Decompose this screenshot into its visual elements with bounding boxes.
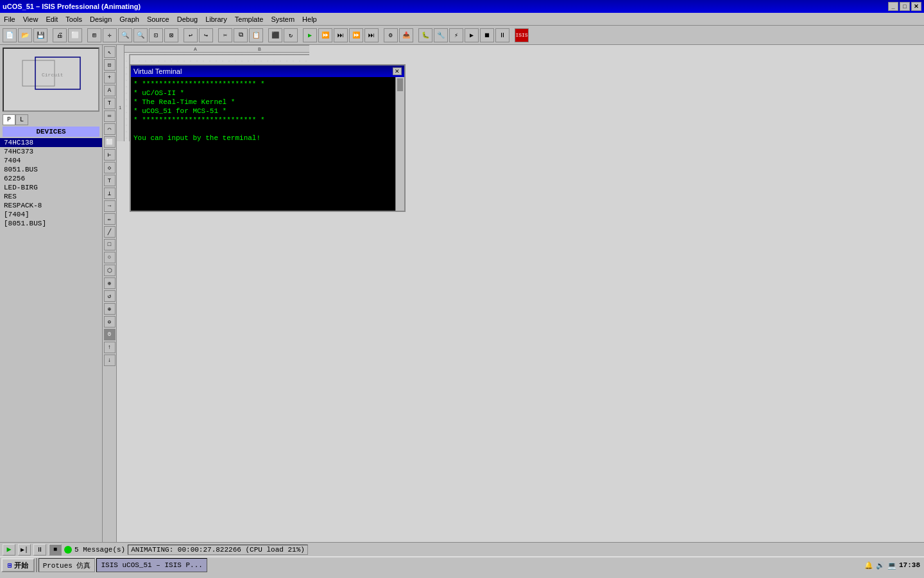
menu-file[interactable]: File [0, 14, 19, 24]
tb-step1[interactable]: ⏩ [318, 28, 332, 42]
toolbar: 📄 📂 💾 🖨 ⬜ ⊞ ✛ 🔍 🔍 ⊡ ⊠ ↩ ↪ ✂ ⧉ 📋 ⬛ ↻ ▶ ⏩ … [0, 26, 924, 45]
tb-new[interactable]: 📄 [3, 28, 17, 42]
menu-design[interactable]: Design [86, 14, 116, 24]
play-button[interactable]: ▶ [3, 544, 15, 556]
tb-grid[interactable]: ⊞ [87, 28, 101, 42]
tb-debug1[interactable]: 🐛 [418, 28, 432, 42]
stop-button[interactable]: ■ [49, 544, 62, 556]
menu-debug[interactable]: Debug [173, 14, 201, 24]
tray-icon-3: 💻 [887, 561, 896, 570]
canvas-area[interactable]: A B C D E F G H I J K 1 2 3 4 5 6 7 8 MC… [117, 45, 924, 542]
tb-extra[interactable]: ISIS [515, 28, 529, 42]
tb-debug3[interactable]: ⚡ [449, 28, 463, 42]
tool-power[interactable]: ⊤ [104, 175, 116, 186]
tb-cursor[interactable]: ✛ [103, 28, 117, 42]
start-label: 开始 [14, 561, 28, 570]
tool-text[interactable]: T [104, 98, 116, 109]
menu-view[interactable]: View [19, 14, 42, 24]
tool-rotate[interactable]: ↺ [104, 290, 116, 302]
tb-copy[interactable]: ⧉ [234, 28, 248, 42]
start-button[interactable]: ⊞ 开始 [1, 558, 35, 572]
tool-rect[interactable]: □ [104, 239, 116, 250]
device-item-74hc138[interactable]: 74HC138 [0, 138, 102, 147]
vt-scrollbar[interactable] [395, 77, 404, 211]
menu-tools[interactable]: Tools [62, 14, 86, 24]
tb-paste[interactable]: 📋 [249, 28, 263, 42]
tool-subcircuit[interactable]: ⬜ [104, 136, 116, 148]
tool-marker[interactable]: ⊕ [104, 277, 116, 289]
tool-poly[interactable]: ⬡ [104, 265, 116, 276]
tb-debug4[interactable]: ▶ [465, 28, 479, 42]
tb-undo[interactable]: ↩ [184, 28, 198, 42]
tb-cut[interactable]: ✂ [218, 28, 232, 42]
tb-print2[interactable]: ⬜ [68, 28, 82, 42]
taskbar-isis[interactable]: ISIS uCOS_51 – ISIS P... [96, 558, 207, 572]
menu-graph[interactable]: Graph [116, 14, 143, 24]
menu-edit[interactable]: Edit [42, 14, 62, 24]
tb-step3[interactable]: ⏩ [349, 28, 363, 42]
tb-load[interactable]: 📥 [399, 28, 413, 42]
close-button[interactable]: ✕ [911, 2, 921, 11]
tb-step4[interactable]: ⏭ [364, 28, 379, 42]
tool-down[interactable]: ↓ [104, 355, 116, 366]
tb-save[interactable]: 💾 [33, 28, 47, 42]
devices-label: DEVICES [3, 127, 99, 137]
tb-debug5[interactable]: ⏹ [480, 28, 494, 42]
device-item-74hc373[interactable]: 74HC373 [0, 147, 102, 156]
tb-zoom1[interactable]: ⊡ [149, 28, 163, 42]
device-item-res[interactable]: RES [0, 192, 102, 201]
tool-zoom-out[interactable]: ⊖ [104, 316, 116, 328]
device-item-7404b[interactable]: [7404] [0, 210, 102, 219]
svg-rect-11 [124, 45, 124, 141]
tb-zoomin[interactable]: 🔍 [118, 28, 132, 42]
tab-l[interactable]: L [15, 114, 28, 125]
tool-junction[interactable]: + [104, 72, 116, 83]
step-button[interactable]: ▶| [18, 544, 31, 556]
tool-terminal[interactable]: ⊢ [104, 149, 116, 161]
tb-step2[interactable]: ⏭ [334, 28, 348, 42]
taskbar: ⊞ 开始 Protues 仿真 ISIS uCOS_51 – ISIS P...… [0, 556, 924, 573]
tool-ground[interactable]: ⊥ [104, 188, 116, 199]
tb-block[interactable]: ⬛ [268, 28, 282, 42]
tb-zoom2[interactable]: ⊠ [164, 28, 178, 42]
device-item-8051busb[interactable]: [8051.BUS] [0, 219, 102, 228]
tb-redo[interactable]: ↪ [199, 28, 213, 42]
tool-wire[interactable]: ⌒ [104, 123, 116, 135]
tb-debug2[interactable]: 🔧 [434, 28, 448, 42]
tb-compile[interactable]: ⚙ [384, 28, 398, 42]
device-item-7404[interactable]: 7404 [0, 156, 102, 165]
maximize-button[interactable]: □ [900, 2, 910, 11]
pause-button[interactable]: ⏸ [33, 544, 46, 556]
menu-help[interactable]: Help [298, 14, 321, 24]
tb-zoomout[interactable]: 🔍 [133, 28, 148, 42]
tool-up[interactable]: ↑ [104, 342, 116, 353]
device-item-8051bus[interactable]: 8051.BUS [0, 165, 102, 174]
device-item-62256[interactable]: 62256 [0, 174, 102, 183]
menu-source[interactable]: Source [143, 14, 173, 24]
tool-circle[interactable]: ○ [104, 252, 116, 263]
tool-bus[interactable]: ═ [104, 110, 116, 122]
vt-close-button[interactable]: ✕ [393, 67, 402, 75]
tool-component[interactable]: ⊡ [104, 59, 116, 71]
tb-rotate[interactable]: ↻ [284, 28, 298, 42]
tool-zoom-in[interactable]: ⊕ [104, 303, 116, 315]
tool-line[interactable]: ╱ [104, 226, 116, 238]
menu-library[interactable]: Library [201, 14, 231, 24]
tool-port[interactable]: ◇ [104, 162, 116, 173]
tb-play[interactable]: ▶ [303, 28, 317, 42]
minimize-button[interactable]: _ [888, 2, 898, 11]
tb-print[interactable]: 🖨 [53, 28, 67, 42]
taskbar-protues[interactable]: Protues 仿真 [38, 558, 96, 572]
device-item-led-birg[interactable]: LED-BIRG [0, 183, 102, 192]
tool-label[interactable]: A [104, 85, 116, 96]
tb-debug6[interactable]: ⏸ [495, 28, 509, 42]
tool-select[interactable]: ↖ [104, 46, 116, 58]
tool-draw[interactable]: ✏ [104, 213, 116, 225]
tb-open[interactable]: 📂 [18, 28, 32, 42]
device-item-respack8[interactable]: RESPACK-8 [0, 201, 102, 210]
tool-num[interactable]: 0 [104, 329, 116, 340]
tab-p[interactable]: P [3, 114, 15, 125]
menu-template[interactable]: Template [231, 14, 268, 24]
tool-output[interactable]: → [104, 200, 116, 212]
menu-system[interactable]: System [267, 14, 298, 24]
